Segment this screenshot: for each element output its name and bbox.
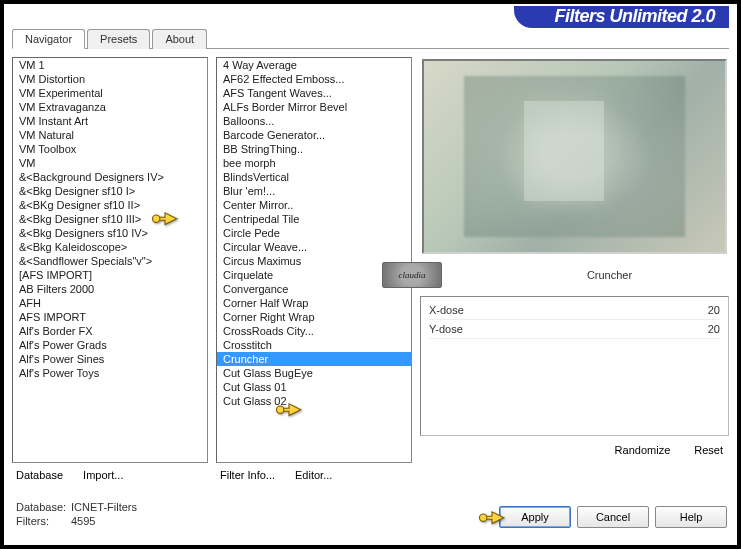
list-item[interactable]: Centripedal Tile [217, 212, 411, 226]
list-item[interactable]: Alf's Power Sines [13, 352, 207, 366]
list-item[interactable]: Crosstitch [217, 338, 411, 352]
apply-button[interactable]: Apply [499, 506, 571, 528]
status-db-value: ICNET-Filters [71, 501, 137, 513]
list-item[interactable]: AFH [13, 296, 207, 310]
category-panel: VM 1VM DistortionVM ExperimentalVM Extra… [12, 57, 208, 481]
help-button[interactable]: Help [655, 506, 727, 528]
list-item[interactable]: AFS IMPORT [13, 310, 207, 324]
list-item[interactable]: AF62 Effected Emboss... [217, 72, 411, 86]
list-item[interactable]: VM Toolbox [13, 142, 207, 156]
list-item[interactable]: &<Bkg Designer sf10 I> [13, 184, 207, 198]
preview-image [422, 59, 727, 254]
filter-listbox[interactable]: 4 Way AverageAF62 Effected Emboss...AFS … [216, 57, 412, 463]
cancel-button[interactable]: Cancel [577, 506, 649, 528]
list-item[interactable]: Alf's Border FX [13, 324, 207, 338]
list-item[interactable]: Cut Glass 01 [217, 380, 411, 394]
parameter-name: Y-dose [429, 323, 463, 335]
status-filters-value: 4595 [71, 515, 95, 527]
list-item[interactable]: VM Extravaganza [13, 100, 207, 114]
list-item[interactable]: Alf's Power Grads [13, 338, 207, 352]
title-bar: Filters Unlimited 2.0 [4, 4, 737, 28]
tab-bar: Navigator Presets About [12, 28, 729, 49]
list-item[interactable]: BlindsVertical [217, 170, 411, 184]
list-item[interactable]: VM Natural [13, 128, 207, 142]
app-window: Filters Unlimited 2.0 Navigator Presets … [2, 2, 739, 547]
reset-button[interactable]: Reset [694, 444, 723, 456]
list-item[interactable]: Cut Glass 02 [217, 394, 411, 408]
status-db-label: Database: [16, 500, 71, 514]
status-filters-label: Filters: [16, 514, 71, 528]
list-item[interactable]: &<BKg Designer sf10 II> [13, 198, 207, 212]
current-filter-name: Cruncher [490, 269, 729, 281]
app-title: Filters Unlimited 2.0 [514, 6, 729, 28]
filter-name-row: claudia Cruncher [420, 260, 729, 290]
list-item[interactable]: &<Background Designers IV> [13, 170, 207, 184]
parameter-row[interactable]: X-dose20 [429, 301, 720, 320]
filter-info-button[interactable]: Filter Info... [220, 469, 275, 481]
list-item[interactable]: AFS Tangent Waves... [217, 86, 411, 100]
footer: Database:ICNET-Filters Filters:4595 Appl… [4, 494, 737, 534]
tab-navigator[interactable]: Navigator [12, 29, 85, 49]
import-button[interactable]: Import... [83, 469, 123, 481]
watermark-badge: claudia [382, 262, 442, 288]
list-item[interactable]: Circular Weave... [217, 240, 411, 254]
list-item[interactable]: Alf's Power Toys [13, 366, 207, 380]
svg-point-2 [480, 514, 487, 521]
list-item[interactable]: Corner Half Wrap [217, 296, 411, 310]
list-item[interactable]: VM Experimental [13, 86, 207, 100]
category-listbox[interactable]: VM 1VM DistortionVM ExperimentalVM Extra… [12, 57, 208, 463]
preview-panel: claudia Cruncher X-dose20Y-dose20 Random… [420, 57, 729, 481]
list-item[interactable]: Blur 'em!... [217, 184, 411, 198]
list-item[interactable]: VM Instant Art [13, 114, 207, 128]
list-item[interactable]: Center Mirror.. [217, 198, 411, 212]
list-item[interactable]: ALFs Border Mirror Bevel [217, 100, 411, 114]
list-item[interactable]: Balloons... [217, 114, 411, 128]
list-item[interactable]: [AFS IMPORT] [13, 268, 207, 282]
list-item[interactable]: &<Bkg Designers sf10 IV> [13, 226, 207, 240]
list-item[interactable]: Cut Glass BugEye [217, 366, 411, 380]
parameter-row[interactable]: Y-dose20 [429, 320, 720, 339]
list-item[interactable]: &<Bkg Designer sf10 III> [13, 212, 207, 226]
list-item[interactable]: BB StringThing.. [217, 142, 411, 156]
list-item[interactable]: Barcode Generator... [217, 128, 411, 142]
list-item[interactable]: &<Sandflower Specials"v"> [13, 254, 207, 268]
parameter-value: 20 [708, 323, 720, 335]
list-item[interactable]: Cruncher [217, 352, 411, 366]
parameter-list: X-dose20Y-dose20 [420, 296, 729, 436]
main-content: VM 1VM DistortionVM ExperimentalVM Extra… [4, 49, 737, 489]
parameter-value: 20 [708, 304, 720, 316]
tab-presets[interactable]: Presets [87, 29, 150, 49]
tab-about[interactable]: About [152, 29, 207, 49]
list-item[interactable]: &<Bkg Kaleidoscope> [13, 240, 207, 254]
list-item[interactable]: 4 Way Average [217, 58, 411, 72]
editor-button[interactable]: Editor... [295, 469, 332, 481]
list-item[interactable]: Corner Right Wrap [217, 310, 411, 324]
list-item[interactable]: bee morph [217, 156, 411, 170]
list-item[interactable]: CrossRoads City... [217, 324, 411, 338]
status-text: Database:ICNET-Filters Filters:4595 [16, 500, 137, 528]
list-item[interactable]: AB Filters 2000 [13, 282, 207, 296]
randomize-button[interactable]: Randomize [615, 444, 671, 456]
database-button[interactable]: Database [16, 469, 63, 481]
list-item[interactable]: VM [13, 156, 207, 170]
parameter-name: X-dose [429, 304, 464, 316]
list-item[interactable]: VM Distortion [13, 72, 207, 86]
list-item[interactable]: Circle Pede [217, 226, 411, 240]
divider [12, 491, 729, 492]
list-item[interactable]: VM 1 [13, 58, 207, 72]
